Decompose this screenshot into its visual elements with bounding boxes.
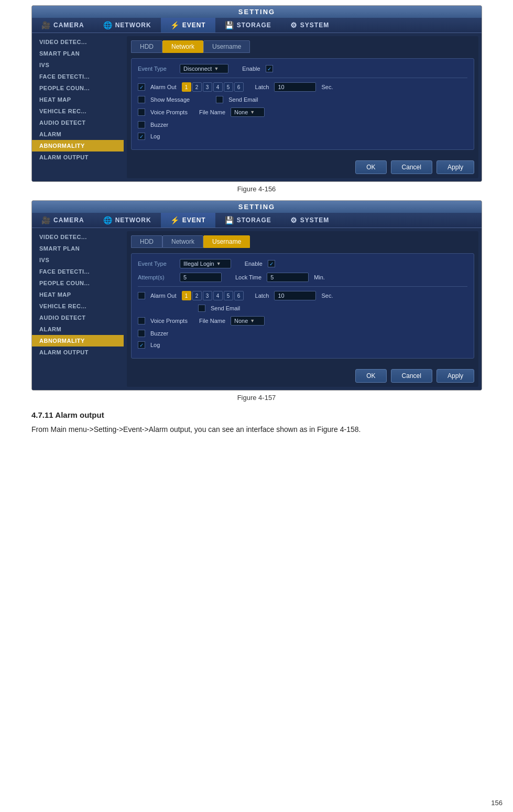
attempts-input-2[interactable]: 5 xyxy=(180,273,222,282)
page-number: 156 xyxy=(491,799,503,807)
form-section-2: Event Type Illegal Login ▼ Enable Attemp… xyxy=(131,253,474,359)
sidebar-heat-map-1[interactable]: HEAT MAP xyxy=(32,94,124,105)
nav-system-2[interactable]: ⚙ SYSTEM xyxy=(281,213,339,228)
event-type-arrow-1: ▼ xyxy=(214,66,219,71)
show-message-checkbox-1[interactable] xyxy=(138,96,145,103)
cancel-button-2[interactable]: Cancel xyxy=(391,369,432,383)
nav-system-1[interactable]: ⚙ SYSTEM xyxy=(281,18,339,33)
alarm-num-6-1[interactable]: 6 xyxy=(234,82,244,92)
event-type-arrow-2: ▼ xyxy=(216,261,221,266)
alarm-num-5-2[interactable]: 5 xyxy=(224,291,233,300)
subtab-network-1[interactable]: Network xyxy=(162,40,203,53)
alarm-num-6-2[interactable]: 6 xyxy=(234,291,244,300)
subtab-username-2[interactable]: Username xyxy=(203,235,250,248)
log-row-2: Log xyxy=(138,341,467,349)
alarm-num-4-2[interactable]: 4 xyxy=(213,291,223,300)
sidebar-ivs-2[interactable]: IVS xyxy=(32,254,124,266)
sidebar-abnormality-1[interactable]: ABNORMALITY xyxy=(32,140,124,151)
sidebar-smart-plan-2[interactable]: SMART PLAN xyxy=(32,243,124,254)
sidebar-video-detec-2[interactable]: VIDEO DETEC... xyxy=(32,231,124,243)
alarm-num-4-1[interactable]: 4 xyxy=(213,82,223,92)
voice-prompts-checkbox-2[interactable] xyxy=(138,317,145,324)
alarm-num-1-1[interactable]: 1 xyxy=(182,82,191,92)
buzzer-checkbox-2[interactable] xyxy=(138,330,145,337)
bottom-heading: 4.7.11 Alarm output xyxy=(31,409,482,421)
send-email-label-2: Send Email xyxy=(211,305,240,311)
sidebar-audio-detect-2[interactable]: AUDIO DETECT xyxy=(32,312,124,323)
attempts-label-2: Attempt(s) xyxy=(138,274,174,280)
alarm-num-2-1[interactable]: 2 xyxy=(192,82,202,92)
sidebar-ivs-1[interactable]: IVS xyxy=(32,59,124,71)
sidebar-alarm-output-1[interactable]: ALARM OUTPUT xyxy=(32,151,124,163)
storage-icon-2: 💾 xyxy=(225,216,234,224)
log-checkbox-2[interactable] xyxy=(138,341,145,349)
alarm-out-checkbox-2[interactable] xyxy=(138,292,145,299)
sidebar-vehicle-rec-2[interactable]: VEHICLE REC... xyxy=(32,300,124,312)
ok-button-2[interactable]: OK xyxy=(355,369,386,383)
apply-button-1[interactable]: Apply xyxy=(436,160,474,174)
alarm-num-3-2[interactable]: 3 xyxy=(203,291,212,300)
nav-event-1[interactable]: ⚡ EVENT xyxy=(161,18,215,33)
latch-label-2: Latch xyxy=(255,293,269,299)
sidebar-face-detecti-1[interactable]: FACE DETECTI... xyxy=(32,71,124,82)
nav-camera-1[interactable]: 🎥 CAMERA xyxy=(32,18,94,33)
content-panel-2: HDD Network Username Event Type Illegal … xyxy=(127,231,478,387)
log-checkbox-1[interactable] xyxy=(138,133,145,140)
subtab-hdd-2[interactable]: HDD xyxy=(131,235,162,248)
alarm-num-3-1[interactable]: 3 xyxy=(203,82,212,92)
nav-storage-1[interactable]: 💾 STORAGE xyxy=(215,18,281,33)
cancel-button-1[interactable]: Cancel xyxy=(391,160,432,174)
log-label-2: Log xyxy=(150,342,160,348)
event-type-value-2: Illegal Login xyxy=(183,261,214,267)
send-email-checkbox-1[interactable] xyxy=(216,96,223,103)
nav-network-2[interactable]: 🌐 NETWORK xyxy=(94,213,161,228)
alarm-out-label-1: Alarm Out xyxy=(150,84,177,90)
setting-title-1: SETTING xyxy=(238,8,275,16)
enable-checkbox-1[interactable] xyxy=(266,65,273,72)
file-name-dropdown-1[interactable]: None ▼ xyxy=(231,107,265,117)
nav-network-1[interactable]: 🌐 NETWORK xyxy=(94,18,161,33)
latch-input-1[interactable]: 10 xyxy=(274,82,316,92)
send-email-row-2: Send Email xyxy=(138,305,467,312)
send-email-checkbox-2[interactable] xyxy=(198,305,205,312)
event-type-dropdown-1[interactable]: Disconnect ▼ xyxy=(180,64,228,73)
subtab-network-2[interactable]: Network xyxy=(162,235,203,248)
sidebar-video-detec-1[interactable]: VIDEO DETEC... xyxy=(32,36,124,48)
ok-button-1[interactable]: OK xyxy=(355,160,386,174)
alarm-num-5-1[interactable]: 5 xyxy=(224,82,233,92)
buzzer-checkbox-1[interactable] xyxy=(138,121,145,128)
event-type-label-2: Event Type xyxy=(138,261,174,267)
subtab-username-1[interactable]: Username xyxy=(203,40,250,53)
alarm-num-1-2[interactable]: 1 xyxy=(182,291,191,300)
file-name-label-2: File Name xyxy=(199,318,225,324)
alarm-out-checkbox-1[interactable] xyxy=(138,83,145,91)
sidebar-heat-map-2[interactable]: HEAT MAP xyxy=(32,289,124,300)
attempts-row-2: Attempt(s) 5 Lock Time 5 Min. xyxy=(138,273,467,282)
voice-prompts-checkbox-1[interactable] xyxy=(138,109,145,116)
event-type-dropdown-2[interactable]: Illegal Login ▼ xyxy=(180,259,231,268)
lock-time-input-2[interactable]: 5 xyxy=(267,273,309,282)
sidebar-abnormality-2[interactable]: ABNORMALITY xyxy=(32,335,124,347)
nav-storage-label-1: STORAGE xyxy=(237,21,271,29)
apply-button-2[interactable]: Apply xyxy=(436,369,474,383)
buzzer-row-2: Buzzer xyxy=(138,330,467,337)
storage-icon-1: 💾 xyxy=(225,21,234,29)
sidebar-alarm-1[interactable]: ALARM xyxy=(32,128,124,140)
sidebar-vehicle-rec-1[interactable]: VEHICLE REC... xyxy=(32,105,124,117)
sidebar-face-detecti-2[interactable]: FACE DETECTI... xyxy=(32,266,124,277)
sidebar-people-coun-2[interactable]: PEOPLE COUN... xyxy=(32,277,124,289)
alarm-num-2-2[interactable]: 2 xyxy=(192,291,202,300)
nav-camera-2[interactable]: 🎥 CAMERA xyxy=(32,213,94,228)
enable-checkbox-2[interactable] xyxy=(268,260,275,267)
sidebar-alarm-2[interactable]: ALARM xyxy=(32,323,124,335)
sidebar-audio-detect-1[interactable]: AUDIO DETECT xyxy=(32,117,124,128)
sidebar-alarm-output-2[interactable]: ALARM OUTPUT xyxy=(32,347,124,358)
file-name-dropdown-2[interactable]: None ▼ xyxy=(231,316,265,326)
event-icon-2: ⚡ xyxy=(170,216,180,224)
nav-storage-2[interactable]: 💾 STORAGE xyxy=(215,213,281,228)
nav-event-2[interactable]: ⚡ EVENT xyxy=(161,213,215,228)
latch-input-2[interactable]: 10 xyxy=(274,291,316,300)
subtab-hdd-1[interactable]: HDD xyxy=(131,40,162,53)
sidebar-people-coun-1[interactable]: PEOPLE COUN... xyxy=(32,82,124,94)
sidebar-smart-plan-1[interactable]: SMART PLAN xyxy=(32,48,124,59)
